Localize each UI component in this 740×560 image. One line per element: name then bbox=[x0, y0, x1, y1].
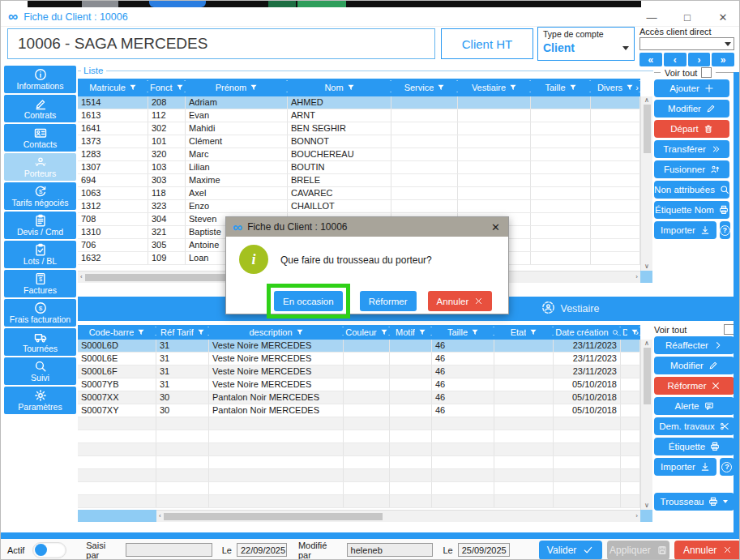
valider-button[interactable]: Valider bbox=[539, 541, 602, 560]
d-part-button[interactable]: Départ bbox=[654, 120, 729, 138]
appliquer-button[interactable]: Appliquer bbox=[607, 541, 670, 560]
scroll-right-icon[interactable]: › bbox=[635, 274, 638, 280]
alerte-button[interactable]: Alerte bbox=[654, 397, 734, 415]
annuler-dialog-button[interactable]: Annuler bbox=[428, 291, 493, 311]
r-former-dialog-button[interactable]: Réformer bbox=[360, 291, 417, 311]
dem-travaux-button[interactable]: Dem. travaux bbox=[654, 417, 734, 435]
nav-prev-button[interactable]: ‹ bbox=[664, 53, 687, 66]
column-header-vestiaire[interactable]: Vestiaireˆˇ bbox=[458, 79, 531, 96]
saisi-par-field[interactable] bbox=[126, 543, 212, 557]
scroll-down-icon[interactable]: ∨ bbox=[644, 263, 649, 270]
column-header-code-barre[interactable]: Code-barreˆˇ bbox=[78, 325, 156, 340]
sidebar-item-param-tres[interactable]: Paramètres bbox=[4, 387, 76, 414]
nav-first-button[interactable]: « bbox=[639, 53, 662, 66]
sidebar-item-factures[interactable]: $Factures bbox=[4, 270, 76, 297]
column-header-taille[interactable]: Tailleˆˇ bbox=[531, 79, 591, 96]
vestiaire-vertical-scrollbar[interactable]: ∧ ∨ bbox=[640, 340, 652, 510]
importer-button[interactable]: Importer bbox=[654, 221, 716, 239]
column-header-pr-nom[interactable]: Prénomˆˇ bbox=[186, 79, 288, 96]
sidebar-item-frais-facturation[interactable]: $Frais facturation bbox=[4, 299, 76, 327]
date-modif-field[interactable]: 25/09/2025 bbox=[458, 543, 510, 557]
expand-columns-icon[interactable]: › bbox=[635, 327, 639, 337]
table-row[interactable]: S000L6F31Veste Noire MERCEDES4623/11/202… bbox=[78, 365, 640, 378]
tiquette-button[interactable]: Étiquette bbox=[654, 438, 734, 455]
scroll-up-icon[interactable]: ∧ bbox=[644, 97, 649, 104]
non-attribu-es-button[interactable]: Non attribuées bbox=[654, 181, 729, 199]
en-occasion-dialog-button[interactable]: En occasion bbox=[274, 291, 343, 311]
column-header-couleur[interactable]: Couleurˆˇ bbox=[344, 325, 390, 340]
transf-rer-button[interactable]: Transférer bbox=[654, 140, 729, 158]
column-header-nom[interactable]: Nomˆˇ bbox=[288, 79, 391, 96]
scroll-down-icon[interactable]: ∨ bbox=[644, 502, 649, 509]
sidebar-item-lots-bl[interactable]: Lots / BL bbox=[4, 241, 76, 268]
column-header-etat[interactable]: Etatˆˇ bbox=[494, 325, 554, 340]
minimize-button[interactable]: — bbox=[634, 11, 669, 24]
porteurs-vertical-scrollbar[interactable]: ∧ ∨ bbox=[640, 96, 652, 271]
sidebar-item-suivi[interactable]: Suivi bbox=[4, 357, 76, 385]
sidebar-item-contacts[interactable]: Contacts bbox=[4, 124, 76, 152]
column-header-service[interactable]: Serviceˆˇ bbox=[391, 79, 458, 96]
column-header-matricule[interactable]: Matriculeˆˇ bbox=[78, 79, 148, 96]
dialog-close-icon[interactable]: ✕ bbox=[488, 221, 503, 233]
table-row[interactable]: S000L6E31Veste Noire MERCEDES4623/11/202… bbox=[78, 353, 640, 365]
client-title-field[interactable]: 10006 - SAGA MERCEDES bbox=[7, 28, 435, 59]
ajouter-button[interactable]: Ajouter bbox=[654, 79, 729, 97]
table-row[interactable]: 1613112EvanARNT bbox=[78, 109, 640, 122]
scroll-left-icon[interactable]: ‹ bbox=[80, 274, 83, 280]
sidebar-item-devis-cmd[interactable]: Devis / Cmd bbox=[4, 212, 76, 239]
actif-toggle[interactable] bbox=[32, 542, 66, 558]
expand-columns-icon[interactable]: › bbox=[635, 83, 639, 92]
table-row[interactable]: 1514208AdriamAHMED bbox=[78, 96, 640, 109]
sidebar-item-porteurs[interactable]: Porteurs bbox=[4, 153, 76, 181]
column-header-r-f-tarif[interactable]: Réf Tarifˆˇ bbox=[156, 325, 209, 340]
client-ht-button[interactable]: Client HT bbox=[441, 28, 533, 59]
table-row[interactable]: 1641302MahidiBEN SEGHIR bbox=[78, 122, 640, 135]
sort-carets[interactable]: ˆˇ bbox=[639, 79, 640, 96]
table-row[interactable]: 1283320MarcBOUCHEREAU bbox=[78, 148, 640, 161]
column-header-motif[interactable]: Motifˆˇ bbox=[390, 325, 432, 340]
acces-client-direct-select[interactable] bbox=[639, 37, 734, 50]
annuler-button[interactable]: Annuler bbox=[674, 541, 740, 560]
table-row[interactable]: 1307103LilianBOUTIN bbox=[78, 161, 640, 174]
table-row[interactable]: S0007XX30Pantalon Noir MERCEDES4605/10/2… bbox=[78, 391, 640, 404]
fusionner-button[interactable]: Fusionner bbox=[654, 160, 729, 178]
tiquette-nom-button[interactable]: Étiquette Nom bbox=[654, 201, 729, 219]
r-affecter-button[interactable]: Réaffecter bbox=[654, 336, 734, 354]
column-header-dern[interactable]: Dernˆˇ› bbox=[621, 325, 640, 340]
help-button[interactable]: ? bbox=[720, 221, 730, 239]
maximize-button[interactable]: □ bbox=[669, 11, 705, 24]
voir-tout-checkbox[interactable] bbox=[701, 67, 712, 78]
scroll-up-icon[interactable]: ∧ bbox=[644, 340, 649, 347]
modifier-button[interactable]: Modifier bbox=[654, 100, 729, 118]
sort-carets[interactable]: ˆˇ bbox=[639, 325, 640, 340]
modifier-button[interactable]: Modifier bbox=[654, 357, 734, 374]
trousseau-button[interactable]: Trousseau bbox=[654, 493, 734, 511]
scroll-left-icon[interactable]: ‹ bbox=[159, 513, 161, 519]
nav-last-button[interactable]: » bbox=[712, 53, 734, 66]
table-row[interactable]: S0007YB31Veste Noire MERCEDES4605/10/201… bbox=[78, 378, 640, 391]
scroll-right-icon[interactable]: › bbox=[635, 513, 638, 519]
r-former-button[interactable]: Réformer bbox=[654, 377, 734, 395]
column-header-description[interactable]: descriptionˆˇ bbox=[209, 325, 344, 340]
table-row[interactable]: 1312323EnzoCHAILLOT bbox=[78, 200, 640, 213]
importer-button[interactable]: Importer bbox=[654, 458, 716, 476]
column-header-date-cr-ation[interactable]: Date créationˆˇ bbox=[554, 325, 621, 340]
table-row[interactable]: S000L6D31Veste Noire MERCEDES4623/11/202… bbox=[78, 340, 640, 353]
table-row[interactable]: 694303MaximeBRELE bbox=[78, 174, 640, 187]
table-row[interactable]: 1063118AxelCAVAREC bbox=[78, 187, 640, 200]
table-row[interactable]: 1373101ClémentBONNOT bbox=[78, 135, 640, 148]
vestiaire-horizontal-scrollbar[interactable]: ‹ › bbox=[156, 510, 640, 522]
date-saisie-field[interactable]: 22/09/2025 bbox=[237, 543, 287, 557]
column-header-divers[interactable]: Diversˆˇ› bbox=[591, 79, 640, 96]
help-button[interactable]: ? bbox=[720, 458, 734, 476]
sidebar-item-tourn-es[interactable]: Tournées bbox=[4, 328, 76, 356]
table-row[interactable]: S0007XY30Pantalon Noir MERCEDES4605/10/2… bbox=[78, 404, 640, 417]
sidebar-item-contrats[interactable]: Contrats bbox=[4, 95, 76, 122]
close-button[interactable]: ✕ bbox=[705, 11, 740, 24]
sidebar-item-tarifs-n-goci-s[interactable]: $Tarifs négociés bbox=[4, 182, 76, 210]
column-header-taille[interactable]: Tailleˆˇ bbox=[432, 325, 494, 340]
modifie-par-field[interactable]: heleneb bbox=[347, 543, 434, 557]
nav-next-button[interactable]: › bbox=[688, 53, 711, 66]
sidebar-item-informations[interactable]: Informations bbox=[4, 66, 76, 93]
column-header-fonction[interactable]: Fonctionˆˇ bbox=[148, 79, 186, 96]
